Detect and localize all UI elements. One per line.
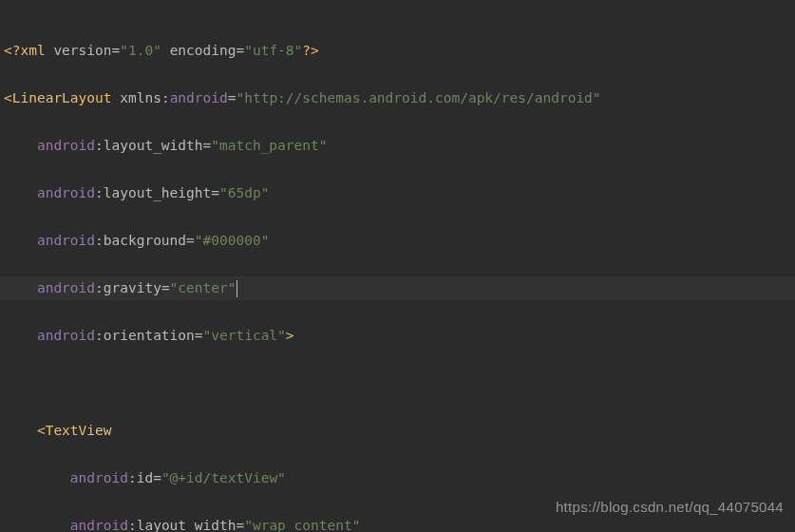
- eq: =: [236, 518, 244, 532]
- indent: [4, 233, 37, 248]
- ns: android: [37, 185, 95, 200]
- str: "@+id/textView": [161, 470, 286, 485]
- code-line[interactable]: android:background="#000000": [0, 229, 795, 253]
- colon: :: [95, 138, 104, 153]
- ns: android: [37, 328, 95, 343]
- attr: xmlns:: [120, 90, 169, 105]
- xml-punc: <?: [4, 43, 20, 58]
- attr: gravity: [104, 280, 161, 295]
- caret-icon: [237, 280, 237, 297]
- str: "vertical": [203, 328, 286, 343]
- ns: android: [37, 233, 95, 248]
- tag-open: <: [4, 90, 12, 105]
- str: "match_parent": [211, 138, 327, 153]
- code-line-current[interactable]: android:gravity="center": [0, 276, 795, 300]
- xml-punc: ?>: [302, 43, 318, 58]
- eq: =: [112, 43, 121, 58]
- attr: id: [137, 470, 153, 485]
- indent: [4, 518, 70, 532]
- ns: android: [37, 138, 95, 153]
- xml-attr: version: [53, 43, 111, 58]
- xml-str: "1.0": [120, 43, 161, 58]
- tag-close: >: [286, 328, 294, 343]
- tag-open: <: [37, 423, 46, 438]
- eq: =: [211, 185, 219, 200]
- eq: =: [161, 280, 170, 295]
- sp: [161, 43, 170, 58]
- code-line[interactable]: [0, 371, 795, 395]
- xml-str: "utf-8": [244, 43, 302, 58]
- str: "wrap_content": [244, 518, 360, 532]
- ns: android: [37, 280, 95, 295]
- code-line[interactable]: android:orientation="vertical">: [0, 324, 795, 348]
- str: "65dp": [219, 185, 269, 200]
- eq: =: [236, 43, 244, 58]
- code-editor[interactable]: <?xml version="1.0" encoding="utf-8"?> <…: [0, 0, 795, 532]
- str: "http://schemas.android.com/apk/res/andr…: [236, 90, 600, 105]
- tag-name: TextView: [46, 423, 112, 438]
- colon: :: [95, 280, 104, 295]
- attr: layout_height: [104, 185, 212, 200]
- watermark-text: https://blog.csdn.net/qq_44075044: [556, 495, 784, 519]
- ns: android: [170, 90, 228, 105]
- colon: :: [95, 328, 104, 343]
- attr: orientation: [104, 328, 195, 343]
- indent: [4, 280, 37, 295]
- code-line[interactable]: android:layout_width="match_parent": [0, 134, 795, 158]
- eq: =: [186, 233, 195, 248]
- indent: [4, 138, 37, 153]
- tag-name: LinearLayout: [12, 90, 121, 105]
- colon: :: [95, 233, 104, 248]
- code-line[interactable]: android:layout_height="65dp": [0, 181, 795, 205]
- eq: =: [203, 138, 212, 153]
- colon: :: [128, 518, 137, 532]
- ns: android: [70, 470, 128, 485]
- code-line[interactable]: android:id="@+id/textView": [0, 466, 795, 490]
- eq: =: [195, 328, 203, 343]
- attr: background: [104, 233, 186, 248]
- xml-tag: xml: [20, 43, 53, 58]
- str: "center": [170, 280, 237, 295]
- indent: [4, 470, 70, 485]
- xml-attr: encoding: [170, 43, 237, 58]
- str: "#000000": [195, 233, 270, 248]
- code-line[interactable]: <LinearLayout xmlns:android="http://sche…: [0, 86, 795, 110]
- indent: [4, 423, 37, 438]
- ns: android: [70, 518, 128, 532]
- code-line[interactable]: <TextView: [0, 419, 795, 443]
- colon: :: [128, 470, 137, 485]
- eq: =: [153, 470, 161, 485]
- indent: [4, 185, 37, 200]
- colon: :: [95, 185, 104, 200]
- indent: [4, 328, 37, 343]
- code-line[interactable]: <?xml version="1.0" encoding="utf-8"?>: [0, 39, 795, 63]
- attr: layout_width: [104, 138, 203, 153]
- attr: layout_width: [137, 518, 237, 532]
